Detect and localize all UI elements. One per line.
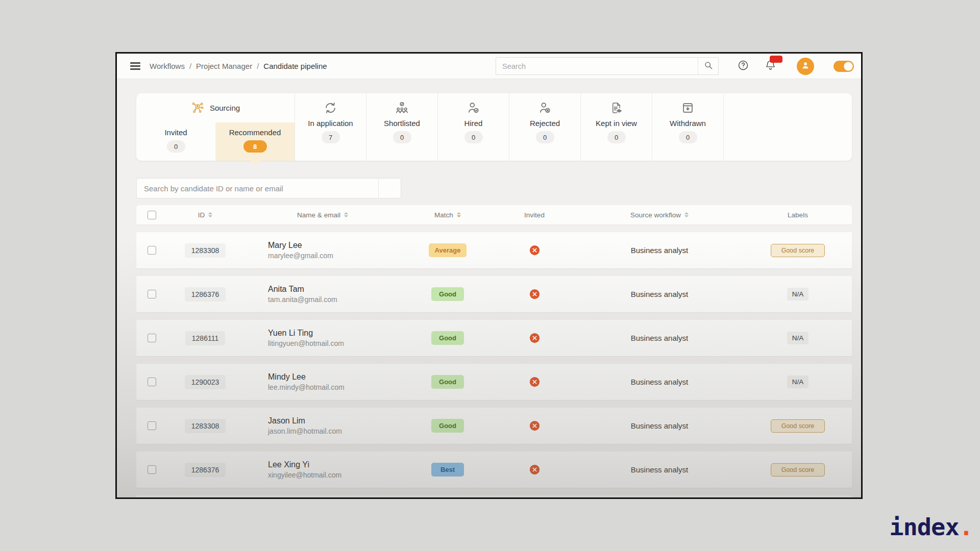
- candidates-table: ID Name & email Match Invited Source wor…: [136, 205, 852, 499]
- tab-kept-in-view[interactable]: Kept in view 0: [580, 93, 652, 161]
- user-avatar-icon: [800, 60, 811, 72]
- notification-badge: [770, 56, 782, 63]
- breadcrumb-workflows[interactable]: Workflows: [150, 62, 185, 70]
- sourcing-network-icon: [191, 101, 205, 116]
- pipeline-stages: In application 7 Shortlisted 0 Hired 0 R…: [295, 93, 852, 161]
- candidate-label: N/A: [787, 375, 809, 388]
- source-workflow: Business analyst: [631, 334, 689, 342]
- candidate-email: tam.anita@gmail.com: [268, 295, 337, 304]
- recommended-count: 8: [243, 140, 267, 153]
- row-checkbox[interactable]: [148, 378, 156, 386]
- toggle-knob: [844, 62, 853, 71]
- match-badge: Good: [431, 331, 464, 345]
- table-row[interactable]: 1286376 Anita Tam tam.anita@gmail.com Go…: [136, 276, 852, 312]
- row-checkbox[interactable]: [148, 246, 156, 255]
- theme-toggle[interactable]: [834, 61, 854, 72]
- table-row[interactable]: 1283308 Jason Lim jason.lim@hotmail.com …: [136, 408, 852, 444]
- candidate-name: Anita Tam: [268, 285, 337, 294]
- table-row[interactable]: 1286111 Yuen Li Ting litingyuen@hotmail.…: [136, 320, 852, 356]
- sort-icon: [344, 212, 348, 218]
- not-invited-icon: [529, 245, 540, 256]
- row-checkbox[interactable]: [148, 334, 156, 342]
- row-checkbox[interactable]: [148, 290, 156, 298]
- candidate-search-button[interactable]: [378, 179, 401, 198]
- sourcing-group-header: Sourcing: [136, 93, 295, 122]
- candidate-id: 1283308: [185, 243, 226, 258]
- candidate-email: xingyilee@hotmail.com: [268, 471, 341, 479]
- table-row[interactable]: 1290023 Mindy Lee lee.mindy@hotmail.com …: [136, 364, 852, 400]
- breadcrumb-candidate-pipeline: Candidate pipeline: [263, 62, 327, 70]
- box-arrow-down-icon: [681, 100, 695, 115]
- hamburger-menu-icon[interactable]: [130, 62, 140, 69]
- logo-dot: .: [959, 513, 973, 541]
- person-x-icon: [538, 100, 552, 115]
- match-badge: Good: [431, 375, 464, 389]
- tab-hired[interactable]: Hired 0: [437, 93, 509, 161]
- candidate-search: [136, 178, 401, 198]
- not-invited-icon: [529, 420, 540, 431]
- header-name-email[interactable]: Name & email: [243, 211, 402, 219]
- document-eye-icon: [609, 100, 623, 115]
- header-invited: Invited: [494, 211, 575, 219]
- tab-in-application[interactable]: In application 7: [295, 93, 366, 161]
- match-badge: Good: [431, 419, 464, 433]
- tab-invited[interactable]: Invited 0: [136, 122, 215, 161]
- header-labels: Labels: [744, 211, 852, 219]
- breadcrumb-project-manager[interactable]: Project Manager: [196, 62, 252, 70]
- sort-icon: [208, 212, 212, 218]
- header-source-workflow[interactable]: Source workflow: [575, 211, 744, 219]
- user-avatar[interactable]: [797, 58, 814, 75]
- search-icon: [703, 60, 714, 72]
- help-button[interactable]: [737, 60, 749, 72]
- candidate-email: litingyuen@hotmail.com: [268, 339, 344, 347]
- candidate-search-input[interactable]: [137, 179, 378, 198]
- pipeline-empty-area: [723, 93, 852, 161]
- global-search-button[interactable]: [698, 58, 718, 74]
- candidate-name: Mary Lee: [268, 241, 333, 250]
- source-workflow: Business analyst: [631, 290, 689, 298]
- source-workflow: Business analyst: [631, 465, 689, 474]
- candidate-email: marylee@gmail.com: [268, 252, 333, 260]
- sourcing-group: Sourcing Invited 0 Recommended 8: [136, 93, 295, 161]
- row-checkbox[interactable]: [148, 465, 156, 474]
- page-content: Sourcing Invited 0 Recommended 8 In appl…: [117, 79, 861, 497]
- table-row[interactable]: 1286376 Lee Xing Yi xingyilee@hotmail.co…: [136, 452, 852, 488]
- candidate-id: 1283308: [185, 419, 226, 433]
- not-invited-icon: [529, 289, 540, 299]
- notifications-button[interactable]: [764, 60, 776, 72]
- candidate-email: lee.mindy@hotmail.com: [268, 383, 345, 391]
- sort-icon: [684, 212, 689, 218]
- tab-rejected[interactable]: Rejected 0: [509, 93, 580, 161]
- group-check-icon: [395, 100, 409, 115]
- table-row[interactable]: 1283308 Mary Lee marylee@gmail.com Avera…: [136, 232, 852, 268]
- tab-recommended[interactable]: Recommended 8: [215, 122, 295, 161]
- header-id[interactable]: ID: [167, 211, 243, 219]
- select-all-checkbox[interactable]: [148, 211, 156, 219]
- person-check-icon: [467, 100, 480, 115]
- candidate-label: Good score: [771, 419, 825, 433]
- global-search-input[interactable]: [496, 58, 698, 74]
- top-bar: Workflows / Project Manager / Candidate …: [117, 54, 861, 79]
- tab-shortlisted[interactable]: Shortlisted 0: [366, 93, 437, 161]
- table-row[interactable]: Ariana Chan: [136, 495, 852, 499]
- candidate-name: Mindy Lee: [268, 372, 345, 382]
- breadcrumb: Workflows / Project Manager / Candidate …: [150, 62, 327, 70]
- candidate-id: 1290023: [185, 375, 226, 389]
- not-invited-icon: [529, 464, 540, 475]
- match-badge: Average: [429, 243, 467, 257]
- candidate-label: Good score: [771, 463, 825, 477]
- sort-icon-active-desc: [457, 212, 461, 218]
- sourcing-group-label: Sourcing: [210, 104, 240, 112]
- app-window: Workflows / Project Manager / Candidate …: [115, 52, 863, 499]
- header-match[interactable]: Match: [402, 211, 494, 219]
- not-invited-icon: [529, 377, 540, 387]
- search-icon: [384, 182, 395, 195]
- candidate-name: Lee Xing Yi: [268, 460, 341, 469]
- row-checkbox[interactable]: [148, 421, 156, 430]
- candidate-name: Yuen Li Ting: [268, 329, 344, 338]
- source-workflow: Business analyst: [631, 378, 689, 386]
- candidate-id: 1286111: [185, 331, 225, 345]
- candidate-label: N/A: [787, 288, 809, 300]
- tab-withdrawn[interactable]: Withdrawn 0: [652, 93, 723, 161]
- global-search: [496, 57, 719, 75]
